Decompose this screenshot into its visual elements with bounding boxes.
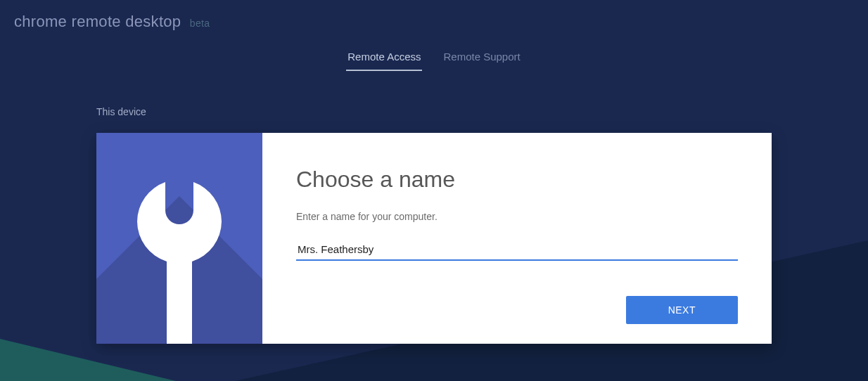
- card-illustration: [96, 133, 262, 344]
- tab-remote-access[interactable]: Remote Access: [346, 44, 422, 71]
- app-logo: chrome remote desktop beta: [14, 13, 210, 30]
- next-button[interactable]: NEXT: [626, 296, 738, 324]
- card-content: Choose a name Enter a name for your comp…: [262, 133, 772, 344]
- setup-card: Choose a name Enter a name for your comp…: [96, 133, 772, 344]
- background-decor-teal: [0, 339, 176, 381]
- wrench-icon: [137, 182, 222, 344]
- tab-bar: Remote Access Remote Support: [0, 44, 868, 71]
- main-container: This device Choose a name Enter a name f…: [96, 106, 772, 344]
- card-subtitle: Enter a name for your computer.: [296, 211, 738, 222]
- app-logo-text: chrome remote desktop: [14, 13, 181, 30]
- app-logo-badge: beta: [190, 18, 210, 29]
- card-title: Choose a name: [296, 167, 738, 193]
- card-actions: NEXT: [296, 275, 738, 324]
- tab-remote-support[interactable]: Remote Support: [442, 44, 521, 71]
- header: chrome remote desktop beta: [0, 0, 868, 38]
- computer-name-input[interactable]: [296, 239, 738, 261]
- section-label-this-device: This device: [96, 106, 772, 117]
